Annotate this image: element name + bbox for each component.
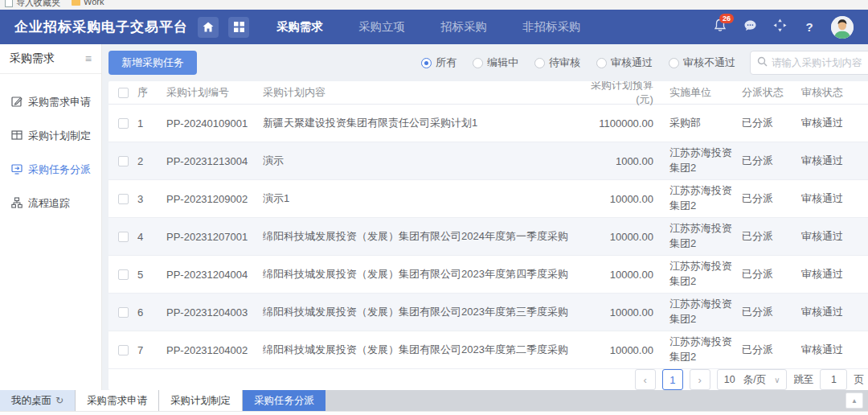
sidebar-item-process-tracking[interactable]: 流程追踪 bbox=[0, 187, 101, 220]
radio-icon bbox=[596, 58, 607, 68]
home-button[interactable] bbox=[198, 17, 219, 38]
jump-unit: 页 bbox=[854, 373, 864, 387]
row-checkbox[interactable] bbox=[118, 194, 129, 204]
row-checkbox[interactable] bbox=[118, 118, 129, 129]
nav-non-bidding-procurement[interactable]: 非招标采购 bbox=[522, 19, 581, 35]
filter-editing[interactable]: 编辑中 bbox=[473, 55, 518, 70]
app-header: 企业招标采购电子交易平台 采购需求 采购立项 招标采购 非招标采购 26 bbox=[0, 10, 868, 44]
cell-seq: 6 bbox=[137, 306, 166, 318]
row-checkbox[interactable] bbox=[118, 156, 129, 166]
cell-unit: 江苏苏海投资集团2 bbox=[669, 335, 742, 365]
bookmark-work-folder[interactable]: Work bbox=[72, 0, 104, 6]
table-row: 1PP-20240109001新疆天聚建设投资集团有限责任公司采购计划11100… bbox=[108, 105, 868, 142]
cell-content: 绵阳科技城发展投资（发展）集团有限公司2024年度第一季度采购 bbox=[263, 229, 575, 244]
pagination: ‹ 1 › 10 条/页 ∨ 跳至 页 共9条 bbox=[108, 369, 868, 390]
col-code-header: 采购计划编号 bbox=[166, 85, 263, 100]
filter-all[interactable]: 所有 bbox=[421, 55, 457, 70]
cell-seq: 7 bbox=[137, 344, 166, 356]
sidebar: 采购需求 ≡ 采购需求申请 采购计划制定 采购任务分派 流程追踪 bbox=[0, 44, 102, 390]
row-checkbox[interactable] bbox=[118, 269, 129, 280]
search-input[interactable] bbox=[772, 57, 864, 68]
user-avatar[interactable] bbox=[831, 16, 854, 39]
next-page-button[interactable]: › bbox=[690, 369, 710, 390]
filter-review-passed[interactable]: 审核通过 bbox=[596, 55, 653, 70]
page-size-select[interactable]: 10 条/页 ∨ bbox=[717, 369, 788, 390]
cell-dispatch: 已分派 bbox=[742, 191, 801, 206]
prev-page-button[interactable]: ‹ bbox=[635, 369, 656, 390]
apps-grid-icon bbox=[234, 22, 244, 32]
tab-task-dispatch[interactable]: 采购任务分派 bbox=[243, 390, 326, 411]
window-bottom-strip bbox=[0, 411, 868, 415]
browser-bookmarks-bar: 导入收藏夹 Work bbox=[0, 0, 868, 10]
filter-pending-review[interactable]: 待审核 bbox=[534, 55, 580, 70]
cell-code: PP-20231207001 bbox=[166, 231, 263, 243]
refresh-icon[interactable]: ↻ bbox=[55, 395, 63, 406]
nav-procurement-demand[interactable]: 采购需求 bbox=[276, 19, 323, 35]
jump-label: 跳至 bbox=[793, 373, 813, 387]
row-checkbox[interactable] bbox=[118, 345, 129, 355]
notifications-button[interactable]: 26 bbox=[712, 19, 728, 35]
cell-content: 绵阳科技城发展投资（发展）集团有限公司2023年度第三季度采购 bbox=[263, 305, 575, 319]
sidebar-header: 采购需求 ≡ bbox=[0, 44, 101, 74]
add-task-button[interactable]: 新增采购任务 bbox=[108, 51, 197, 75]
filter-review-rejected[interactable]: 审核不通过 bbox=[669, 55, 735, 70]
row-checkbox-cell bbox=[108, 156, 137, 166]
sidebar-item-label: 采购需求申请 bbox=[28, 95, 91, 109]
cell-dispatch: 已分派 bbox=[742, 116, 801, 130]
cell-unit: 采购部 bbox=[669, 116, 742, 131]
cell-seq: 2 bbox=[137, 155, 166, 167]
tab-label: 我的桌面 bbox=[11, 394, 51, 408]
question-icon: ? bbox=[805, 20, 813, 34]
cell-content: 绵阳科技城发展投资（发展）集团有限公司2023年度第四季度采购 bbox=[263, 267, 575, 281]
help-button[interactable]: ? bbox=[801, 19, 817, 35]
radio-icon bbox=[534, 58, 545, 68]
status-filter-group: 所有 编辑中 待审核 审核通过 审核不通过 bbox=[421, 55, 735, 70]
cell-seq: 1 bbox=[137, 117, 166, 129]
header-actions: 26 ? bbox=[712, 16, 854, 39]
cell-dispatch: 已分派 bbox=[742, 229, 801, 244]
cell-audit: 审核通过 bbox=[801, 229, 868, 244]
cell-unit: 江苏苏海投资集团2 bbox=[669, 146, 742, 176]
page-size-unit: 条/页 bbox=[743, 373, 766, 387]
sidebar-item-label: 采购任务分派 bbox=[28, 162, 91, 177]
table-header-row: 序 采购计划编号 采购计划内容 采购计划预算(元) 实施单位 分派状态 审核状态… bbox=[108, 81, 868, 105]
row-checkbox[interactable] bbox=[118, 232, 129, 242]
collapse-tabs-button[interactable]: ▲ bbox=[845, 392, 863, 409]
sidebar-item-demand-apply[interactable]: 采购需求申请 bbox=[0, 85, 101, 119]
tab-my-desktop[interactable]: 我的桌面 ↻ bbox=[0, 390, 76, 411]
select-all-checkbox[interactable] bbox=[118, 88, 129, 98]
nav-procurement-initiation[interactable]: 采购立项 bbox=[358, 19, 405, 35]
page-number-1[interactable]: 1 bbox=[662, 369, 683, 390]
nav-bidding-procurement[interactable]: 招标采购 bbox=[440, 19, 487, 35]
radio-icon bbox=[421, 58, 432, 68]
cell-audit: 审核通过 bbox=[801, 116, 868, 130]
sidebar-item-label: 流程追踪 bbox=[28, 196, 70, 211]
row-checkbox-cell bbox=[108, 345, 137, 355]
jump-page-input[interactable] bbox=[820, 369, 847, 390]
sidebar-item-task-dispatch[interactable]: 采购任务分派 bbox=[0, 153, 101, 187]
bookmark-import[interactable]: 导入收藏夹 bbox=[5, 0, 60, 9]
cell-dispatch: 已分派 bbox=[742, 305, 801, 319]
notification-badge: 26 bbox=[719, 14, 734, 23]
cell-dispatch: 已分派 bbox=[742, 343, 801, 357]
sidebar-item-plan-make[interactable]: 采购计划制定 bbox=[0, 119, 101, 153]
cell-dispatch: 已分派 bbox=[742, 267, 801, 281]
cell-code: PP-20231204004 bbox=[166, 269, 263, 281]
tab-label: 采购计划制定 bbox=[170, 394, 231, 408]
col-budget-header: 采购计划预算(元) bbox=[575, 81, 669, 107]
sidebar-collapse-icon[interactable]: ≡ bbox=[85, 52, 92, 65]
cell-budget: 10000.00 bbox=[575, 193, 669, 205]
flow-chart-icon bbox=[11, 197, 23, 211]
fullscreen-button[interactable] bbox=[772, 19, 788, 35]
cell-unit: 江苏苏海投资集团2 bbox=[669, 259, 742, 290]
row-checkbox[interactable] bbox=[118, 307, 129, 318]
tab-demand-apply[interactable]: 采购需求申请 bbox=[76, 390, 159, 411]
filter-label: 待审核 bbox=[549, 55, 580, 70]
apps-grid-button[interactable] bbox=[228, 17, 249, 38]
tab-plan-make[interactable]: 采购计划制定 bbox=[159, 390, 243, 411]
cell-unit: 江苏苏海投资集团2 bbox=[669, 183, 742, 214]
filter-label: 所有 bbox=[436, 55, 457, 70]
cell-dispatch: 已分派 bbox=[742, 154, 801, 168]
messages-button[interactable] bbox=[742, 19, 758, 35]
table-row: 7PP-20231204002绵阳科技城发展投资（发展）集团有限公司2023年度… bbox=[108, 331, 868, 369]
